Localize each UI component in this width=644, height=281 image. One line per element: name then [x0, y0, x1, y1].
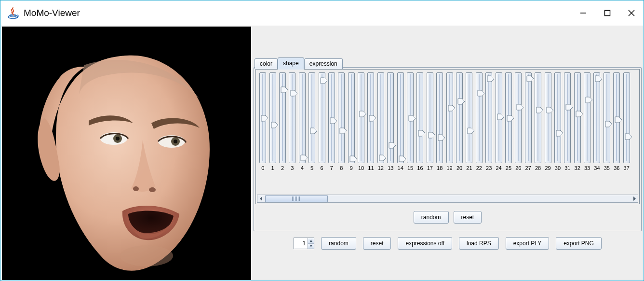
render-viewport[interactable]	[2, 27, 251, 280]
slider-17[interactable]: 17	[425, 72, 435, 173]
slider-33[interactable]: 33	[582, 72, 592, 173]
slider-15[interactable]: 15	[405, 72, 415, 173]
slider-24[interactable]: 24	[494, 72, 503, 173]
slider-23[interactable]: 23	[484, 72, 494, 173]
slider-thumb[interactable]	[625, 133, 632, 140]
slider-37[interactable]: 37	[621, 72, 631, 173]
slider-9[interactable]: 9	[347, 72, 356, 173]
slider-track[interactable]	[623, 72, 630, 163]
horizontal-scrollbar[interactable]	[257, 195, 638, 203]
slider-track[interactable]	[387, 72, 394, 163]
slider-track[interactable]	[309, 72, 315, 163]
slider-track[interactable]	[436, 72, 443, 163]
slider-36[interactable]: 36	[612, 72, 621, 173]
slider-19[interactable]: 19	[444, 72, 454, 173]
slider-1[interactable]: 1	[268, 72, 277, 173]
slider-track[interactable]	[525, 72, 532, 163]
slider-track[interactable]	[446, 72, 453, 163]
expressions-off-button[interactable]: expressions off	[398, 237, 452, 250]
slider-track[interactable]	[476, 72, 483, 163]
random-button[interactable]: random	[321, 237, 356, 250]
slider-14[interactable]: 14	[395, 72, 405, 173]
spinner-down-button[interactable]: ▼	[308, 243, 314, 249]
spinner-up-button[interactable]: ▲	[308, 238, 314, 243]
slider-16[interactable]: 16	[415, 72, 425, 173]
slider-2[interactable]: 2	[278, 72, 287, 173]
slider-34[interactable]: 34	[592, 72, 602, 173]
slider-10[interactable]: 10	[356, 72, 366, 173]
slider-32[interactable]: 32	[573, 72, 582, 173]
tab-expression[interactable]: expression	[304, 58, 343, 69]
slider-track[interactable]	[427, 72, 433, 163]
slider-3[interactable]: 3	[287, 72, 297, 173]
slider-7[interactable]: 7	[327, 72, 336, 173]
slider-31[interactable]: 31	[563, 72, 572, 173]
count-spinner[interactable]: ▲ ▼	[294, 238, 314, 249]
slider-track[interactable]	[554, 72, 561, 163]
slider-track[interactable]	[289, 72, 295, 163]
count-spinner-input[interactable]	[294, 238, 308, 249]
panel-reset-button[interactable]: reset	[454, 211, 482, 224]
slider-track[interactable]	[564, 72, 571, 163]
slider-track[interactable]	[505, 72, 512, 163]
slider-track[interactable]	[574, 72, 581, 163]
slider-13[interactable]: 13	[386, 72, 395, 173]
panel-random-button[interactable]: random	[414, 211, 449, 224]
slider-track[interactable]	[545, 72, 551, 163]
slider-track[interactable]	[485, 72, 492, 163]
slider-track[interactable]	[604, 72, 610, 163]
slider-11[interactable]: 11	[366, 72, 376, 173]
scroll-right-arrow-icon[interactable]	[630, 195, 638, 202]
slider-track[interactable]	[338, 72, 345, 163]
slider-0[interactable]: 0	[258, 72, 268, 173]
slider-28[interactable]: 28	[533, 72, 543, 173]
export-png-button[interactable]: export PNG	[556, 237, 602, 250]
slider-track[interactable]	[348, 72, 355, 163]
slider-track[interactable]	[496, 72, 502, 163]
slider-8[interactable]: 8	[336, 72, 346, 173]
slider-track[interactable]	[397, 72, 404, 163]
slider-track[interactable]	[279, 72, 286, 163]
tab-shape[interactable]: shape	[278, 57, 304, 70]
slider-21[interactable]: 21	[464, 72, 474, 173]
slider-22[interactable]: 22	[474, 72, 484, 173]
slider-track[interactable]	[367, 72, 374, 163]
slider-track[interactable]	[358, 72, 364, 163]
slider-track[interactable]	[584, 72, 590, 163]
scrollbar-thumb[interactable]	[265, 195, 328, 202]
tab-color[interactable]: color	[255, 58, 278, 69]
slider-track[interactable]	[377, 72, 384, 163]
reset-button[interactable]: reset	[363, 237, 391, 250]
slider-5[interactable]: 5	[307, 72, 317, 173]
slider-track[interactable]	[407, 72, 414, 163]
slider-track[interactable]	[328, 72, 335, 163]
slider-35[interactable]: 35	[602, 72, 612, 173]
load-rps-button[interactable]: load RPS	[459, 237, 499, 250]
slider-track[interactable]	[466, 72, 472, 163]
slider-27[interactable]: 27	[523, 72, 533, 173]
slider-6[interactable]: 6	[317, 72, 326, 173]
slider-track[interactable]	[613, 72, 620, 163]
slider-25[interactable]: 25	[504, 72, 513, 173]
slider-track[interactable]	[593, 72, 600, 163]
slider-track[interactable]	[456, 72, 463, 163]
close-button[interactable]	[619, 3, 644, 23]
slider-track[interactable]	[535, 72, 541, 163]
slider-4[interactable]: 4	[297, 72, 307, 173]
slider-track[interactable]	[416, 72, 423, 163]
slider-track[interactable]	[319, 72, 325, 163]
slider-26[interactable]: 26	[513, 72, 523, 173]
slider-track[interactable]	[299, 72, 306, 163]
slider-29[interactable]: 29	[543, 72, 552, 173]
slider-track[interactable]	[259, 72, 266, 163]
slider-track[interactable]	[269, 72, 276, 163]
export-ply-button[interactable]: export PLY	[506, 237, 549, 250]
scroll-left-arrow-icon[interactable]	[257, 195, 265, 202]
slider-30[interactable]: 30	[553, 72, 563, 173]
scrollbar-track[interactable]	[265, 195, 630, 202]
slider-20[interactable]: 20	[455, 72, 464, 173]
slider-track[interactable]	[515, 72, 522, 163]
slider-12[interactable]: 12	[376, 72, 386, 173]
slider-18[interactable]: 18	[435, 72, 444, 173]
minimize-button[interactable]	[571, 3, 595, 23]
